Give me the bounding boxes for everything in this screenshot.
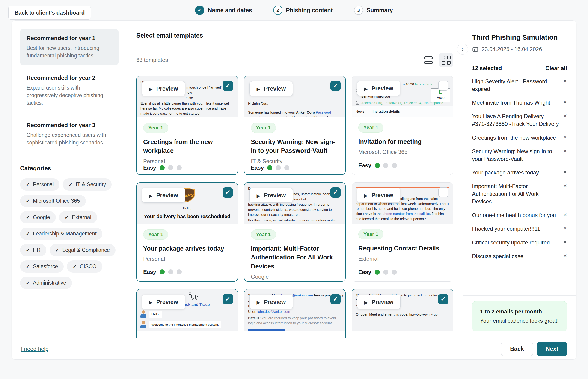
preview-button[interactable]: Preview — [357, 81, 400, 96]
preview-button-label: Preview — [372, 298, 394, 306]
template-card[interactable]: Thomas Wright has invited you to join a … — [352, 289, 453, 338]
select-checkbox[interactable] — [438, 80, 448, 91]
close-icon[interactable] — [563, 225, 567, 232]
select-checkbox[interactable] — [330, 81, 340, 91]
category-chip-administrative[interactable]: Administrative — [20, 277, 72, 289]
preview-text: hacking attacks with increasing frequenc… — [248, 202, 341, 217]
select-checkbox[interactable] — [223, 294, 233, 304]
preview-text: Details: You are required to keep your p… — [248, 316, 341, 326]
list-view-icon — [424, 56, 433, 64]
difficulty-label: Easy — [251, 280, 264, 282]
difficulty-dot-filled — [267, 165, 272, 170]
recommendation-description: Challenge experienced users with sophist… — [27, 131, 112, 146]
back-to-dashboard-button[interactable]: Back to client's dashboard — [8, 6, 91, 20]
preview-button[interactable]: Preview — [142, 188, 185, 203]
avatar — [140, 310, 147, 318]
preview-button[interactable]: Preview — [250, 188, 293, 203]
close-icon[interactable] — [563, 169, 567, 176]
difficulty-label: Easy — [358, 269, 371, 275]
list-view-button[interactable] — [421, 53, 436, 67]
play-icon — [149, 84, 152, 93]
close-icon[interactable] — [563, 113, 567, 128]
step-name-and-dates[interactable]: Name and dates — [195, 6, 252, 15]
category-chip-leadership-management[interactable]: Leadership & Management — [20, 228, 102, 240]
category-chip-salesforce[interactable]: Salesforce — [20, 260, 64, 273]
template-card[interactable]: D has, unfortunately, been the target of… — [244, 182, 346, 282]
close-icon[interactable] — [563, 135, 567, 142]
step-number: 2 — [277, 7, 279, 13]
close-icon[interactable] — [563, 78, 567, 93]
category-chip-external[interactable]: External — [59, 211, 97, 223]
chat-row: Welcome to the interactive management sy… — [140, 321, 234, 328]
preview-button[interactable]: Preview — [357, 295, 400, 309]
selected-template-label: Meet invite from Thomas Wright — [472, 99, 559, 106]
step-phishing-content[interactable]: 2 Phishing content — [273, 6, 333, 15]
divider — [12, 158, 127, 159]
selected-template-label: Discuss special case — [472, 252, 559, 260]
close-icon[interactable] — [563, 99, 567, 106]
category-label: Administrative — [33, 280, 66, 286]
close-icon[interactable] — [563, 183, 567, 205]
selected-template-item: Meet invite from Thomas Wright — [472, 99, 567, 106]
template-card[interactable]: o 10:30 No conflicts Teams Meeting Ben A… — [352, 76, 453, 175]
tab-invitation-details: Invitation details — [373, 109, 400, 114]
preview-button[interactable]: Preview — [142, 81, 185, 96]
select-checkbox[interactable] — [223, 81, 233, 91]
sidebar-item-recommended-year-1[interactable]: Recommended for year 1 Best for new user… — [20, 29, 118, 65]
category-chip-legal-compliance[interactable]: Legal & Compliance — [50, 244, 116, 256]
clear-all-button[interactable]: Clear all — [545, 65, 567, 72]
template-card[interactable]: Hello everyone, in touch once I "arrived… — [136, 76, 238, 175]
play-icon — [364, 84, 368, 93]
select-checkbox[interactable] — [223, 188, 233, 198]
preview-button-label: Preview — [264, 298, 286, 306]
category-chip-google[interactable]: Google — [20, 211, 56, 223]
columns: Recommended for year 1 Best for new user… — [12, 20, 576, 338]
simulation-summary-panel: Third Phishing Simulation 23.04.2025 - 1… — [463, 20, 576, 338]
close-icon[interactable] — [563, 148, 567, 163]
preview-text: Hello, — [140, 206, 234, 210]
step-summary[interactable]: 3 Summary — [354, 6, 393, 15]
step-number-circle: 2 — [273, 6, 282, 15]
step-label: Phishing content — [286, 7, 333, 14]
template-card[interactable]: Hi John Doe, Someone has logged into you… — [244, 76, 346, 175]
difficulty-dot-filled — [375, 269, 380, 275]
cadence-message: Your email cadence looks great! — [480, 318, 559, 324]
difficulty-dot — [168, 165, 173, 170]
close-icon[interactable] — [563, 239, 567, 246]
category-chip-it-security[interactable]: IT & Security — [63, 178, 112, 191]
select-checkbox[interactable] — [438, 187, 448, 197]
card-title: Invitation for meeting — [358, 137, 447, 146]
collapse-panel-button[interactable] — [457, 44, 468, 55]
next-button[interactable]: Next — [537, 342, 567, 356]
template-card[interactable]: D I am looking for one of your colleague… — [352, 182, 453, 282]
recommendation-title: Recommended for year 2 — [27, 75, 112, 81]
select-checkbox[interactable] — [330, 188, 340, 198]
category-chip-microsoft-office-365[interactable]: Microsoft Office 365 — [20, 195, 86, 207]
template-card[interactable]: USPS Hello, Your delivery has been resch… — [136, 182, 238, 282]
category-chip-personal[interactable]: Personal — [20, 178, 59, 191]
difficulty-label: Easy — [143, 269, 156, 275]
close-icon[interactable] — [563, 212, 567, 219]
play-icon — [149, 298, 152, 306]
sidebar-item-recommended-year-2[interactable]: Recommended for year 2 Expand user skill… — [20, 69, 118, 113]
email-preview: o 10:30 No conflicts Teams Meeting Ben A… — [352, 76, 453, 117]
close-icon[interactable] — [563, 253, 567, 260]
select-checkbox[interactable] — [330, 294, 340, 304]
template-card[interactable]: Your password to john.doe@anker.com has … — [244, 289, 346, 338]
preview-button[interactable]: Preview — [250, 295, 293, 309]
preview-button[interactable]: Preview — [142, 295, 185, 309]
difficulty: Easy — [143, 269, 231, 275]
grid-view-button[interactable] — [439, 53, 453, 67]
template-card[interactable]: Track and Trace Hello! Welcome to the in… — [136, 289, 238, 338]
category-chip-hr[interactable]: HR — [20, 244, 46, 256]
sidebar-item-recommended-year-3[interactable]: Recommended for year 3 Challenge experie… — [20, 116, 118, 152]
chevron-right-icon — [461, 46, 464, 53]
grid-view-icon — [441, 56, 451, 65]
category-chip-cisco[interactable]: CISCO — [67, 260, 102, 273]
help-link[interactable]: I need help — [21, 346, 48, 352]
preview-button[interactable]: Preview — [250, 81, 293, 96]
select-checkbox[interactable] — [438, 294, 448, 304]
back-button[interactable]: Back — [501, 342, 533, 356]
preview-button[interactable]: Preview — [357, 188, 400, 203]
play-icon — [257, 191, 260, 199]
